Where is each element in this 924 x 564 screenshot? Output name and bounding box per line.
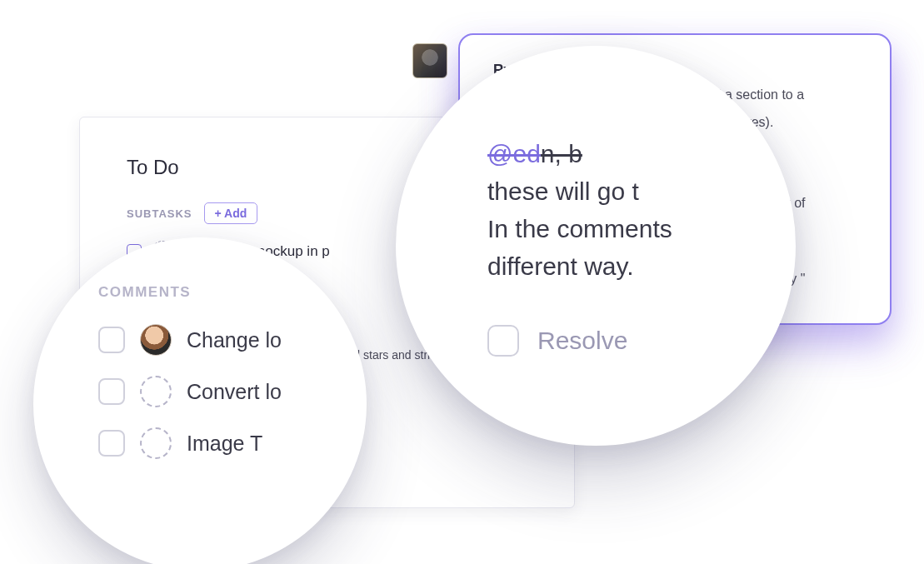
- comments-heading: COMMENTS: [98, 284, 333, 301]
- comment-item[interactable]: Image T: [98, 427, 333, 459]
- zoom-lens-comments: COMMENTS Change lo Convert lo Image T: [33, 237, 367, 564]
- lens-text-line: In the comments: [487, 210, 729, 247]
- add-subtask-button[interactable]: + Add: [204, 202, 258, 224]
- lens-fragment: n, b: [541, 140, 582, 167]
- resolve-checkbox[interactable]: [487, 325, 519, 357]
- mention-link[interactable]: @ed: [487, 140, 541, 167]
- canvas: To Do SUBTASKS + Add Main page mockup in…: [0, 0, 924, 564]
- comment-checkbox[interactable]: [98, 327, 125, 353]
- zoom-lens-resolve: @edn, b these will go t In the comments …: [396, 46, 796, 446]
- comment-item-title: Convert lo: [187, 380, 282, 404]
- lens-text-line: these will go t: [487, 172, 729, 210]
- assignee-placeholder-icon[interactable]: [140, 427, 172, 459]
- comment-checkbox[interactable]: [98, 430, 125, 457]
- lens-text-line: @edn, b: [487, 135, 729, 172]
- commenter-avatar[interactable]: [412, 43, 447, 78]
- comment-item-title: Image T: [187, 432, 262, 456]
- resolve-row[interactable]: Resolve: [487, 325, 729, 357]
- comment-checkbox[interactable]: [98, 378, 125, 405]
- comment-item-title: Change lo: [187, 328, 282, 352]
- comment-item[interactable]: Convert lo: [98, 376, 333, 407]
- lens-text-line: different way.: [487, 247, 729, 285]
- commenter-avatar-icon[interactable]: [140, 324, 172, 356]
- subtasks-label: SUBTASKS: [127, 207, 192, 220]
- resolve-label: Resolve: [537, 327, 627, 355]
- assignee-placeholder-icon[interactable]: [140, 376, 172, 407]
- comment-item[interactable]: Change lo: [98, 324, 333, 356]
